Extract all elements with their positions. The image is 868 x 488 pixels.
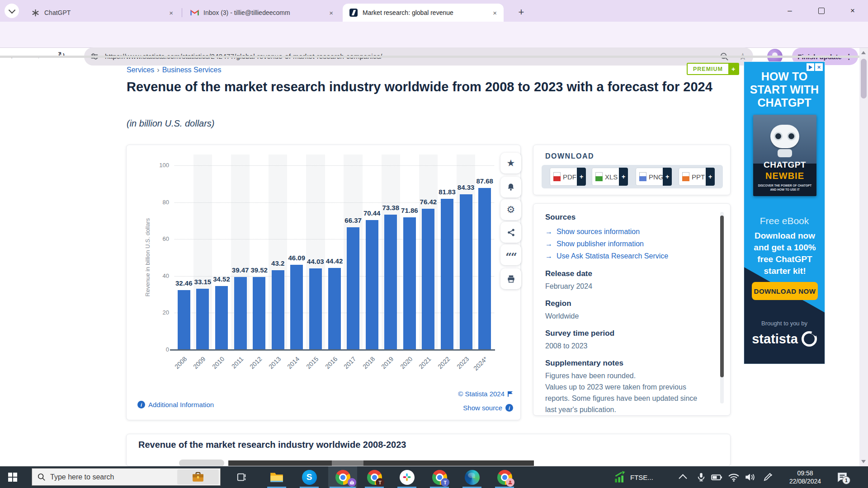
download-ppt-button[interactable]: PPT +: [679, 168, 715, 186]
taskbar-slack[interactable]: [396, 466, 418, 488]
supplementary-note: Figures have been rounded.: [545, 370, 706, 381]
sources-scrollbar-thumb[interactable]: [720, 216, 724, 377]
tab-chatgpt[interactable]: ChatGPT ×: [24, 4, 180, 22]
download-pdf-button[interactable]: PDF +: [550, 168, 586, 186]
maximize-icon: [818, 8, 825, 14]
tray-microphone[interactable]: [696, 466, 706, 488]
favorite-button[interactable]: ★: [500, 153, 521, 174]
plus-icon[interactable]: +: [619, 168, 628, 186]
maximize-button[interactable]: [814, 5, 829, 17]
show-publisher-information-link[interactable]: →Show publisher information: [545, 238, 706, 250]
chevron-down-icon: [8, 6, 15, 14]
reload-button[interactable]: ↻: [54, 50, 69, 61]
bar: [347, 227, 359, 350]
show-sources-information-link[interactable]: →Show sources information: [545, 225, 706, 238]
chevron-up-icon: [679, 474, 687, 482]
speaker-icon: [744, 472, 756, 482]
plus-icon[interactable]: +: [577, 168, 586, 186]
cite-button[interactable]: ““: [500, 244, 521, 265]
additional-information-link[interactable]: i Additional Information: [137, 401, 214, 408]
show-source-link[interactable]: Show source i: [463, 404, 513, 412]
stock-ticker-widget[interactable]: FTSE...: [614, 466, 653, 488]
download-xls-button[interactable]: XLS +: [592, 168, 628, 186]
briefcase-icon: [192, 472, 204, 483]
tray-pen[interactable]: [762, 466, 773, 488]
share-button[interactable]: [500, 222, 521, 243]
tray-expand-button[interactable]: [680, 466, 686, 488]
bar: [196, 289, 209, 350]
breadcrumb-services[interactable]: Services: [127, 66, 154, 74]
close-window-button[interactable]: ×: [845, 5, 860, 17]
ask-statista-link[interactable]: →Use Ask Statista Research Service: [545, 250, 706, 262]
microphone-icon: [696, 472, 706, 483]
arrow-icon: →: [545, 225, 552, 238]
download-heading: DOWNLOAD: [545, 152, 594, 160]
clock-date: 22/08/2024: [789, 477, 821, 485]
section-tab-pill[interactable]: [179, 460, 224, 466]
tray-wifi[interactable]: [728, 466, 740, 488]
scrollbar-thumb[interactable]: [861, 59, 867, 99]
scroll-down-icon[interactable]: [861, 460, 866, 463]
taskbar-file-explorer[interactable]: [266, 466, 288, 488]
tray-volume[interactable]: [744, 466, 756, 488]
info-icon: i: [505, 404, 513, 412]
premium-badge[interactable]: PREMIUM +: [687, 63, 739, 75]
robot-icon: [770, 125, 799, 148]
pdf-icon: [553, 172, 561, 181]
download-now-button[interactable]: DOWNLOAD NOW: [752, 282, 818, 300]
page-scrollbar[interactable]: [859, 48, 868, 466]
breadcrumb-business-services[interactable]: Business Services: [162, 66, 222, 74]
y-axis-labels: 020406080100: [140, 165, 169, 350]
slack-icon: [400, 470, 415, 485]
taskbar-chrome-profile-2[interactable]: T: [363, 466, 385, 488]
taskbar-edge[interactable]: [461, 466, 483, 488]
bar: [290, 265, 303, 350]
tray-battery[interactable]: [711, 466, 723, 488]
bar: [478, 188, 491, 350]
edge-icon: [465, 470, 480, 485]
download-png-button[interactable]: PNG +: [636, 168, 672, 186]
bar: [328, 268, 341, 350]
scroll-up-icon[interactable]: [861, 51, 866, 54]
print-button[interactable]: [500, 268, 521, 289]
task-view-icon[interactable]: [237, 472, 247, 482]
taskbar-chrome-profile-3[interactable]: T: [429, 466, 450, 488]
stock-chart-icon: [614, 471, 627, 483]
minimize-button[interactable]: –: [782, 5, 797, 17]
settings-button[interactable]: ⚙: [500, 199, 521, 220]
statista-icon: [349, 8, 358, 17]
ad-banner[interactable]: × HOW TO START WITH CHATGPT CHATGPT NEWB…: [744, 61, 825, 364]
tab-close-icon[interactable]: ×: [167, 9, 175, 17]
new-tab-button[interactable]: +: [514, 5, 528, 19]
bar: [215, 286, 228, 350]
bar-value-label: 44.42: [321, 257, 348, 265]
section-title: Revenue of the market research industry …: [138, 440, 406, 450]
search-placeholder: Type here to search: [50, 473, 177, 481]
statista-copyright-link[interactable]: © Statista 2024: [458, 390, 513, 398]
arrow-icon: →: [545, 238, 552, 250]
briefcase-widget[interactable]: [177, 469, 219, 484]
tab-close-icon[interactable]: ×: [327, 9, 335, 17]
tab-gmail[interactable]: Inbox (3) - tillie@tilliedeecomm ×: [184, 4, 340, 22]
battery-icon: [711, 472, 723, 483]
plus-icon[interactable]: +: [706, 168, 715, 186]
tab-close-icon[interactable]: ×: [491, 9, 499, 17]
gmail-icon: [190, 8, 199, 17]
taskbar-chrome-profile-4[interactable]: [494, 466, 515, 488]
alert-button[interactable]: [500, 177, 521, 197]
tab-statista-active[interactable]: Market research: global revenue ×: [343, 4, 504, 22]
taskbar-skype[interactable]: S: [298, 466, 320, 488]
chatgpt-icon: [31, 8, 40, 17]
wifi-icon: [728, 472, 740, 482]
survey-time-period-value: 2008 to 2023: [545, 340, 706, 352]
notification-center-button[interactable]: 1: [836, 466, 848, 488]
y-tick-label: 80: [163, 199, 169, 206]
copyright-label: © Statista 2024: [458, 390, 505, 398]
page-header-divider: [0, 56, 859, 58]
taskbar-chrome-profile-1-active[interactable]: [328, 466, 357, 488]
start-button[interactable]: [8, 473, 17, 482]
tray-clock[interactable]: 09:58 22/08/2024: [780, 466, 830, 488]
taskbar-search[interactable]: Type here to search: [32, 468, 221, 486]
tab-search-button[interactable]: [5, 4, 19, 18]
plus-icon[interactable]: +: [663, 168, 672, 186]
